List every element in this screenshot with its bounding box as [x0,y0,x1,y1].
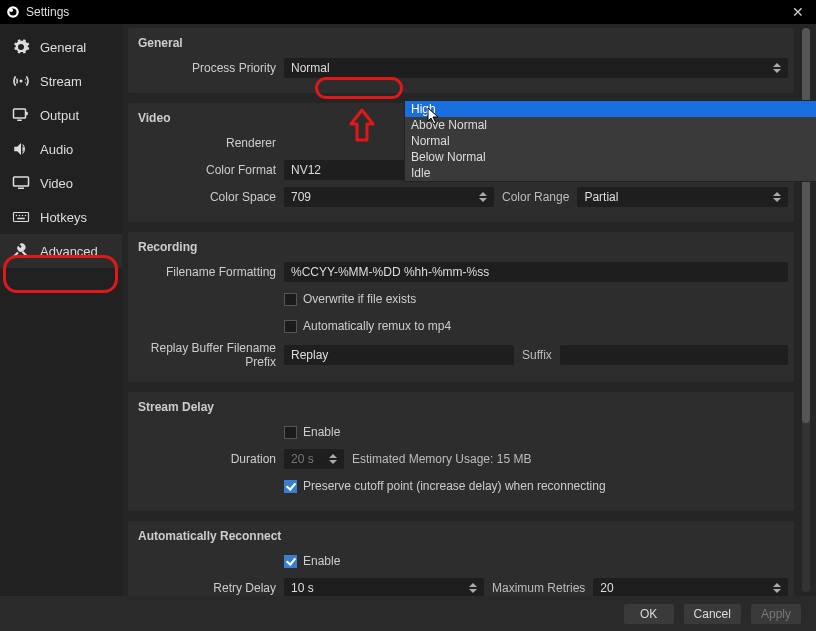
replay-prefix-label: Replay Buffer Filename Prefix [134,341,284,369]
stream-delay-enable-label: Enable [303,425,340,439]
panel-title: General [134,32,788,56]
duration-label: Duration [134,452,284,466]
dropdown-option-below-normal[interactable]: Below Normal [405,149,816,165]
svg-rect-5 [14,177,29,186]
process-priority-combo[interactable]: Normal [284,58,788,78]
svg-rect-7 [14,213,29,222]
remux-checkbox[interactable] [284,320,297,333]
sidebar-item-label: Video [40,176,73,191]
renderer-label: Renderer [134,136,284,150]
svg-point-11 [25,215,27,217]
panel-title: Automatically Reconnect [134,525,788,549]
chevron-updown-icon [479,188,491,206]
input-value: %CCYY-%MM-%DD %hh-%mm-%ss [291,265,489,279]
ok-button[interactable]: OK [623,603,675,625]
reconnect-enable-label: Enable [303,554,340,568]
chevron-updown-icon [773,579,785,596]
sidebar-item-video[interactable]: Video [0,166,122,200]
svg-rect-6 [18,188,24,190]
window-title: Settings [26,5,69,19]
memory-usage-label: Estimated Memory Usage: 15 MB [352,452,531,466]
process-priority-label: Process Priority [134,61,284,75]
max-retries-spin[interactable]: 20 [593,578,788,596]
sidebar-item-output[interactable]: Output [0,98,122,132]
apply-button[interactable]: Apply [750,603,802,625]
panel-general: General Process Priority Normal [128,28,794,93]
suffix-input[interactable] [560,345,788,365]
preserve-cutoff-checkbox[interactable] [284,480,297,493]
color-space-label: Color Space [134,190,284,204]
sidebar-item-audio[interactable]: Audio [0,132,122,166]
monitor-icon [10,174,32,192]
gear-icon [10,38,32,56]
filename-formatting-input[interactable]: %CCYY-%MM-%DD %hh-%mm-%ss [284,262,788,282]
spin-value: 20 s [291,452,314,466]
obs-logo-icon [6,5,20,19]
svg-rect-12 [17,218,25,220]
scrollbar-thumb[interactable] [802,28,810,423]
panel-reconnect: Automatically Reconnect Enable Retry Del… [128,521,794,596]
svg-point-2 [10,9,14,13]
color-format-label: Color Format [134,163,284,177]
duration-spin[interactable]: 20 s [284,449,344,469]
svg-point-8 [16,215,18,217]
max-retries-label: Maximum Retries [492,581,585,595]
process-priority-dropdown[interactable]: High Above Normal Normal Below Normal Id… [404,100,816,182]
antenna-icon [10,72,32,90]
sidebar-item-label: Audio [40,142,73,157]
combo-value: 709 [291,190,311,204]
close-icon[interactable]: ✕ [786,4,810,20]
sidebar-item-label: Stream [40,74,82,89]
panel-title: Stream Delay [134,396,788,420]
sidebar-item-hotkeys[interactable]: Hotkeys [0,200,122,234]
filename-formatting-label: Filename Formatting [134,265,284,279]
reconnect-enable-checkbox[interactable] [284,555,297,568]
replay-prefix-input[interactable]: Replay [284,345,514,365]
combo-value: Normal [291,61,330,75]
panel-title: Recording [134,236,788,260]
dropdown-option-normal[interactable]: Normal [405,133,816,149]
combo-value: NV12 [291,163,321,177]
suffix-label: Suffix [522,348,552,362]
input-value: Replay [291,348,328,362]
svg-rect-4 [17,120,22,122]
tools-icon [10,242,32,260]
combo-value: Partial [584,190,618,204]
sidebar-item-stream[interactable]: Stream [0,64,122,98]
overwrite-label: Overwrite if file exists [303,292,416,306]
svg-rect-3 [14,109,26,118]
sidebar-item-label: Advanced [40,244,98,259]
preserve-cutoff-label: Preserve cutoff point (increase delay) w… [303,479,606,493]
titlebar: Settings ✕ [0,0,816,24]
sidebar-item-label: General [40,40,86,55]
keyboard-icon [10,208,32,226]
sidebar-item-label: Output [40,108,79,123]
sidebar-item-advanced[interactable]: Advanced [0,234,122,268]
dropdown-option-above-normal[interactable]: Above Normal [405,117,816,133]
speaker-icon [10,140,32,158]
chevron-updown-icon [469,579,481,596]
color-range-combo[interactable]: Partial [577,187,788,207]
overwrite-checkbox[interactable] [284,293,297,306]
sidebar-item-general[interactable]: General [0,30,122,64]
color-space-combo[interactable]: 709 [284,187,494,207]
spin-value: 10 s [291,581,314,595]
chevron-updown-icon [773,188,785,206]
svg-point-9 [19,215,21,217]
spin-value: 20 [600,581,613,595]
retry-delay-spin[interactable]: 10 s [284,578,484,596]
panel-stream-delay: Stream Delay Enable Duration 20 s Esti [128,392,794,511]
chevron-updown-icon [329,450,341,468]
dropdown-option-idle[interactable]: Idle [405,165,816,181]
panel-recording: Recording Filename Formatting %CCYY-%MM-… [128,232,794,382]
stream-delay-enable-checkbox[interactable] [284,426,297,439]
dialog-footer: OK Cancel Apply [0,596,816,631]
remux-label: Automatically remux to mp4 [303,319,451,333]
color-range-label: Color Range [502,190,569,204]
svg-point-10 [22,215,24,217]
cancel-button[interactable]: Cancel [683,603,742,625]
sidebar-item-label: Hotkeys [40,210,87,225]
chevron-updown-icon [773,59,785,77]
monitor-arrow-icon [10,106,32,124]
dropdown-option-high[interactable]: High [405,101,816,117]
